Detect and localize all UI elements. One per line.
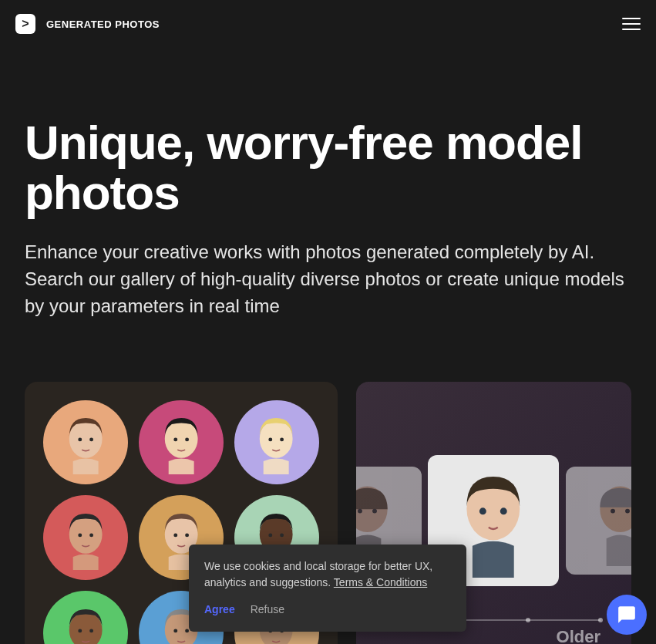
brand-name: GENERATED PHOTOS xyxy=(46,19,160,30)
svg-point-35 xyxy=(625,509,630,514)
carousel-next-face[interactable] xyxy=(566,467,631,575)
svg-point-8 xyxy=(281,438,284,442)
logo-icon: > xyxy=(15,14,35,34)
cookie-banner: We use cookies and local storage for bet… xyxy=(189,545,466,632)
svg-point-23 xyxy=(185,629,189,632)
slider-label: Older xyxy=(557,627,600,644)
svg-point-10 xyxy=(78,534,82,538)
chat-icon xyxy=(617,605,637,625)
chat-button[interactable] xyxy=(607,595,647,635)
svg-point-19 xyxy=(78,629,82,632)
svg-point-11 xyxy=(89,534,93,538)
svg-point-5 xyxy=(185,438,189,442)
svg-point-28 xyxy=(358,509,362,514)
cookie-refuse-button[interactable]: Refuse xyxy=(251,602,284,618)
svg-point-4 xyxy=(173,438,177,442)
svg-point-31 xyxy=(479,507,486,514)
svg-point-22 xyxy=(173,629,177,632)
header: > GENERATED PHOTOS xyxy=(0,0,656,48)
terms-link[interactable]: Terms & Conditions xyxy=(334,576,427,588)
brand[interactable]: > GENERATED PHOTOS xyxy=(15,14,160,34)
face-avatar xyxy=(234,400,319,485)
svg-point-14 xyxy=(185,534,189,538)
svg-point-17 xyxy=(281,534,284,538)
face-avatar xyxy=(43,400,128,485)
svg-point-2 xyxy=(89,438,93,442)
svg-point-7 xyxy=(269,438,273,442)
svg-point-1 xyxy=(78,438,82,442)
svg-point-29 xyxy=(372,509,377,514)
svg-point-32 xyxy=(500,507,507,514)
hero-section: Unique, worry-free model photos Enhance … xyxy=(0,48,656,351)
face-avatar xyxy=(43,495,128,580)
cookie-text: We use cookies and local storage for bet… xyxy=(204,558,451,591)
hero-title: Unique, worry-free model photos xyxy=(25,117,631,217)
face-avatar xyxy=(43,591,128,644)
cookie-agree-button[interactable]: Agree xyxy=(204,602,235,618)
face-avatar xyxy=(139,400,224,485)
svg-point-13 xyxy=(173,534,177,538)
menu-button[interactable] xyxy=(622,18,641,30)
svg-point-16 xyxy=(269,534,273,538)
svg-point-20 xyxy=(89,629,93,632)
svg-point-34 xyxy=(611,509,615,514)
hero-subtitle: Enhance your creative works with photos … xyxy=(25,239,631,319)
